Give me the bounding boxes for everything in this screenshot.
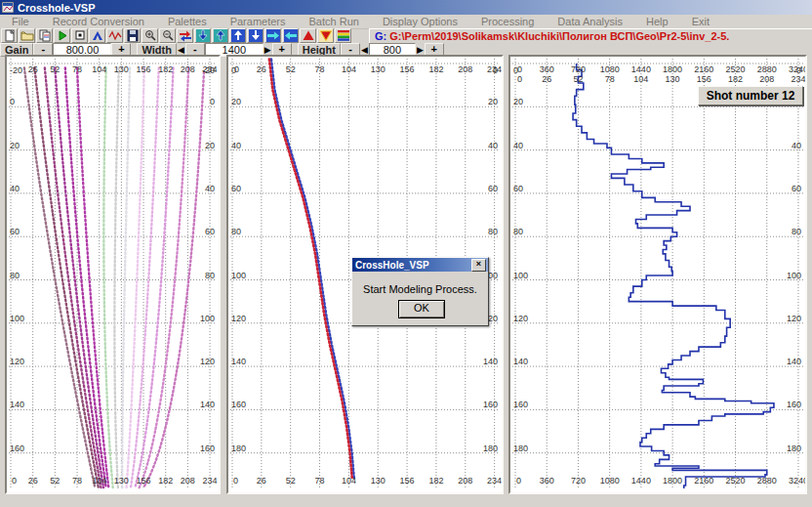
menu-data-analysis[interactable]: Data Analysis [546,16,634,27]
shift-down-button[interactable] [194,28,211,43]
folder-icon [20,29,34,42]
axis-label: 130 [371,476,386,486]
shot-number-badge[interactable]: Shot number 12 [698,86,803,106]
menu-parameters[interactable]: Parameters [219,16,298,27]
zoom-in-button[interactable] [142,28,158,43]
copy-button[interactable] [36,28,53,43]
axis-label: 0 [234,64,239,74]
palette-button[interactable] [335,28,351,43]
axis-label: 26 [542,74,551,84]
width-step-right-button[interactable]: ▶ [264,44,272,56]
menu-display-options[interactable]: Display Options [371,16,469,27]
axis-label: 156 [400,64,415,74]
zoom-out-button[interactable] [159,28,176,43]
axis-label: 80 [10,271,20,280]
tri-up-red-icon [302,29,315,42]
menu-help[interactable]: Help [634,16,680,27]
menu-record-conversion[interactable]: Record Conversion [41,16,156,27]
axis-label: -20 [10,65,22,75]
amplitude-up-button[interactable] [300,28,316,43]
velocity-plot[interactable]: 0020204040606080801001001201201401401601… [510,57,805,492]
swap-arrows-icon [179,29,192,42]
axis-label: 160 [787,400,801,409]
axis-label: 78 [72,64,82,74]
axis-label: 80 [513,227,523,236]
menu-processing[interactable]: Processing [469,16,546,27]
title-bar[interactable]: Crosshole-VSP [0,0,812,15]
drive-label: G: [375,30,386,42]
dialog-close-button[interactable]: × [471,259,486,272]
axis-label: 60 [513,184,523,193]
axis-label: 234 [203,476,218,486]
open-file-button[interactable] [19,28,35,43]
axis-label: 208 [181,476,195,486]
axis-label: 208 [759,74,774,84]
axis-label: 180 [787,444,801,453]
axis-label: 60 [231,184,241,193]
axis-label: 0 [233,476,238,486]
width-step-left-button[interactable]: ◀ [177,44,185,56]
menu-palettes[interactable]: Palettes [156,16,219,27]
seismogram-panel[interactable]: -20-200020204040606080801001001201201401… [5,55,221,494]
axis-label: 156 [137,64,151,74]
axis-label: 160 [200,444,215,453]
axis-label: 2520 [726,476,746,486]
move-right-button[interactable] [264,28,281,43]
axis-label: 180 [513,444,528,453]
left-blue-icon [284,29,298,42]
amplitude-down-button[interactable] [317,28,334,43]
app-window: { "window": {"title": "Crosshole-VSP"}, … [0,0,812,507]
run-button[interactable] [54,28,70,43]
menu-batch-run[interactable]: Batch Run [298,16,371,27]
axis-label: 78 [315,476,325,486]
down-teal-icon [196,29,210,42]
menu-exit[interactable]: Exit [680,16,721,27]
zoom-in-icon [143,29,157,42]
axis-label: 60 [792,184,801,193]
axis-label: 0 [517,74,522,84]
axis-label: 1800 [663,64,682,74]
move-up-button[interactable] [229,28,246,43]
axis-label: 1800 [663,476,682,486]
axis-label: 40 [513,141,523,150]
axis-label: 234 [203,64,218,74]
axis-label: 234 [791,74,805,84]
down-blue-icon [249,29,263,42]
stop-icon [73,29,87,42]
axis-label: 720 [571,476,586,486]
dialog-title-bar[interactable]: CrossHole_VSP × [352,258,488,272]
axis-label: 120 [10,357,24,366]
axis-label: 1080 [600,64,620,74]
move-left-button[interactable] [282,28,299,43]
axis-label: 26 [28,64,38,74]
seismogram-plot[interactable]: -20-200020204040606080801001001201201401… [7,57,219,492]
dialog-ok-button[interactable]: OK [398,300,445,318]
swap-traces-button[interactable] [177,28,193,43]
axis-label: 40 [792,141,801,150]
axis-label: 120 [231,314,246,323]
stop-button[interactable] [71,28,88,43]
axis-label: 80 [488,227,498,236]
axis-label: 40 [488,141,498,150]
peak-display-button[interactable] [89,28,105,43]
axis-label: 40 [205,184,215,193]
height-step-right-button[interactable]: ▶ [416,44,425,56]
axis-label: 52 [286,64,296,74]
axis-label: 140 [483,357,498,366]
axis-label: 156 [137,476,151,486]
axis-label: 180 [483,444,498,453]
height-step-left-button[interactable]: ◀ [360,44,369,56]
trace-curve [131,67,159,487]
right-blue-icon [266,29,280,42]
move-down-button[interactable] [247,28,264,43]
wave-display-button[interactable] [106,28,123,43]
axis-label: 20 [488,97,498,106]
up-teal-icon [214,29,227,42]
menu-file[interactable]: File [0,16,41,27]
save-button[interactable] [124,28,141,43]
new-file-button[interactable] [1,28,18,43]
shift-up-button[interactable] [212,28,228,43]
axis-label: 182 [158,64,173,74]
axis-label: 360 [540,64,554,74]
velocity-panel[interactable]: 0020204040606080801001001201201401401601… [508,55,807,494]
